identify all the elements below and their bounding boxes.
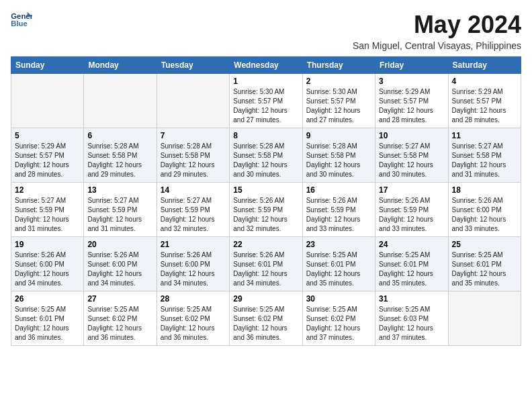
weekday-header-friday: Friday [375, 57, 448, 74]
day-info: Sunrise: 5:25 AMSunset: 6:02 PMDaylight:… [161, 305, 226, 342]
day-number: 11 [452, 131, 517, 140]
day-info: Sunrise: 5:26 AMSunset: 6:00 PMDaylight:… [452, 196, 517, 234]
day-info: Sunrise: 5:26 AMSunset: 5:59 PMDaylight:… [233, 196, 298, 234]
day-info: Sunrise: 5:28 AMSunset: 5:58 PMDaylight:… [161, 142, 226, 179]
calendar-cell [84, 74, 157, 128]
calendar-cell: 15Sunrise: 5:26 AMSunset: 5:59 PMDayligh… [230, 183, 302, 237]
calendar-cell: 16Sunrise: 5:26 AMSunset: 5:59 PMDayligh… [302, 183, 375, 237]
day-info: Sunrise: 5:27 AMSunset: 5:58 PMDaylight:… [452, 142, 517, 179]
day-number: 20 [87, 240, 152, 249]
calendar-cell: 24Sunrise: 5:25 AMSunset: 6:01 PMDayligh… [375, 237, 448, 291]
day-info: Sunrise: 5:29 AMSunset: 5:57 PMDaylight:… [15, 142, 80, 179]
weekday-header-saturday: Saturday [448, 57, 521, 74]
weekday-header-monday: Monday [84, 57, 157, 74]
day-info: Sunrise: 5:27 AMSunset: 5:59 PMDaylight:… [87, 196, 152, 234]
calendar-cell: 4Sunrise: 5:29 AMSunset: 5:57 PMDaylight… [448, 74, 521, 128]
day-number: 5 [15, 131, 80, 140]
calendar-week-row: 19Sunrise: 5:26 AMSunset: 6:00 PMDayligh… [11, 237, 521, 291]
day-info: Sunrise: 5:27 AMSunset: 5:58 PMDaylight:… [379, 142, 444, 179]
calendar-cell: 1Sunrise: 5:30 AMSunset: 5:57 PMDaylight… [230, 74, 302, 128]
day-info: Sunrise: 5:25 AMSunset: 6:03 PMDaylight:… [379, 305, 444, 342]
calendar-cell: 20Sunrise: 5:26 AMSunset: 6:00 PMDayligh… [84, 237, 157, 291]
calendar-cell: 8Sunrise: 5:28 AMSunset: 5:58 PMDaylight… [230, 128, 302, 183]
day-number: 13 [87, 185, 152, 195]
day-info: Sunrise: 5:28 AMSunset: 5:58 PMDaylight:… [306, 142, 371, 179]
page-header: General Blue May 2024 San Miguel, Centra… [11, 11, 521, 51]
day-number: 9 [306, 131, 371, 140]
day-info: Sunrise: 5:26 AMSunset: 5:59 PMDaylight:… [379, 196, 444, 234]
day-number: 4 [452, 77, 517, 86]
day-info: Sunrise: 5:28 AMSunset: 5:58 PMDaylight:… [233, 142, 298, 179]
calendar-cell: 26Sunrise: 5:25 AMSunset: 6:01 PMDayligh… [11, 291, 84, 346]
day-number: 6 [87, 131, 152, 140]
logo: General Blue [11, 11, 32, 30]
calendar-cell: 18Sunrise: 5:26 AMSunset: 6:00 PMDayligh… [448, 183, 521, 237]
calendar-cell: 13Sunrise: 5:27 AMSunset: 5:59 PMDayligh… [84, 183, 157, 237]
day-info: Sunrise: 5:26 AMSunset: 5:59 PMDaylight:… [306, 196, 371, 234]
day-number: 23 [306, 240, 371, 249]
day-info: Sunrise: 5:26 AMSunset: 6:00 PMDaylight:… [87, 250, 152, 288]
weekday-header-thursday: Thursday [302, 57, 375, 74]
calendar-week-row: 12Sunrise: 5:27 AMSunset: 5:59 PMDayligh… [11, 183, 521, 237]
day-number: 14 [161, 185, 226, 195]
day-info: Sunrise: 5:26 AMSunset: 6:01 PMDaylight:… [233, 250, 298, 288]
calendar-cell: 31Sunrise: 5:25 AMSunset: 6:03 PMDayligh… [375, 291, 448, 346]
calendar-cell: 7Sunrise: 5:28 AMSunset: 5:58 PMDaylight… [157, 128, 229, 183]
calendar-cell: 22Sunrise: 5:26 AMSunset: 6:01 PMDayligh… [230, 237, 302, 291]
day-info: Sunrise: 5:25 AMSunset: 6:02 PMDaylight:… [306, 305, 371, 342]
calendar-cell: 29Sunrise: 5:25 AMSunset: 6:02 PMDayligh… [230, 291, 302, 346]
day-number: 16 [306, 185, 371, 195]
day-number: 26 [15, 294, 80, 304]
calendar-cell: 27Sunrise: 5:25 AMSunset: 6:02 PMDayligh… [84, 291, 157, 346]
calendar-cell: 25Sunrise: 5:25 AMSunset: 6:01 PMDayligh… [448, 237, 521, 291]
day-info: Sunrise: 5:29 AMSunset: 5:57 PMDaylight:… [452, 87, 517, 125]
day-number: 15 [233, 185, 298, 195]
calendar-cell: 11Sunrise: 5:27 AMSunset: 5:58 PMDayligh… [448, 128, 521, 183]
calendar-cell: 10Sunrise: 5:27 AMSunset: 5:58 PMDayligh… [375, 128, 448, 183]
calendar-week-row: 1Sunrise: 5:30 AMSunset: 5:57 PMDaylight… [11, 74, 521, 128]
calendar-cell: 30Sunrise: 5:25 AMSunset: 6:02 PMDayligh… [302, 291, 375, 346]
day-number: 28 [161, 294, 226, 304]
weekday-header-row: SundayMondayTuesdayWednesdayThursdayFrid… [11, 57, 521, 74]
calendar-cell: 2Sunrise: 5:30 AMSunset: 5:57 PMDaylight… [302, 74, 375, 128]
calendar-cell: 23Sunrise: 5:25 AMSunset: 6:01 PMDayligh… [302, 237, 375, 291]
day-number: 8 [233, 131, 298, 140]
calendar-cell: 14Sunrise: 5:27 AMSunset: 5:59 PMDayligh… [157, 183, 229, 237]
calendar-cell: 5Sunrise: 5:29 AMSunset: 5:57 PMDaylight… [11, 128, 84, 183]
calendar-cell: 3Sunrise: 5:29 AMSunset: 5:57 PMDaylight… [375, 74, 448, 128]
day-info: Sunrise: 5:25 AMSunset: 6:02 PMDaylight:… [233, 305, 298, 342]
calendar-table: SundayMondayTuesdayWednesdayThursdayFrid… [11, 56, 521, 346]
day-info: Sunrise: 5:25 AMSunset: 6:01 PMDaylight:… [452, 250, 517, 288]
calendar-cell: 9Sunrise: 5:28 AMSunset: 5:58 PMDaylight… [302, 128, 375, 183]
day-number: 27 [87, 294, 152, 304]
svg-text:Blue: Blue [11, 19, 28, 28]
day-info: Sunrise: 5:30 AMSunset: 5:57 PMDaylight:… [233, 87, 298, 125]
month-title: May 2024 [353, 11, 521, 39]
day-number: 19 [15, 240, 80, 249]
calendar-cell: 12Sunrise: 5:27 AMSunset: 5:59 PMDayligh… [11, 183, 84, 237]
title-area: May 2024 San Miguel, Central Visayas, Ph… [353, 11, 521, 51]
day-info: Sunrise: 5:30 AMSunset: 5:57 PMDaylight:… [306, 87, 371, 125]
calendar-week-row: 26Sunrise: 5:25 AMSunset: 6:01 PMDayligh… [11, 291, 521, 346]
calendar-cell [11, 74, 84, 128]
day-number: 22 [233, 240, 298, 249]
day-info: Sunrise: 5:26 AMSunset: 6:00 PMDaylight:… [161, 250, 226, 288]
day-number: 25 [452, 240, 517, 249]
day-number: 18 [452, 185, 517, 195]
day-number: 12 [15, 185, 80, 195]
weekday-header-tuesday: Tuesday [157, 57, 229, 74]
day-info: Sunrise: 5:25 AMSunset: 6:01 PMDaylight:… [306, 250, 371, 288]
day-info: Sunrise: 5:26 AMSunset: 6:00 PMDaylight:… [15, 250, 80, 288]
day-number: 1 [233, 77, 298, 86]
day-number: 30 [306, 294, 371, 304]
day-info: Sunrise: 5:27 AMSunset: 5:59 PMDaylight:… [161, 196, 226, 234]
day-number: 17 [379, 185, 444, 195]
weekday-header-wednesday: Wednesday [230, 57, 302, 74]
day-number: 3 [379, 77, 444, 86]
calendar-cell [448, 291, 521, 346]
day-info: Sunrise: 5:25 AMSunset: 6:01 PMDaylight:… [379, 250, 444, 288]
day-number: 24 [379, 240, 444, 249]
day-info: Sunrise: 5:29 AMSunset: 5:57 PMDaylight:… [379, 87, 444, 125]
day-number: 10 [379, 131, 444, 140]
logo-icon: General Blue [11, 11, 32, 30]
